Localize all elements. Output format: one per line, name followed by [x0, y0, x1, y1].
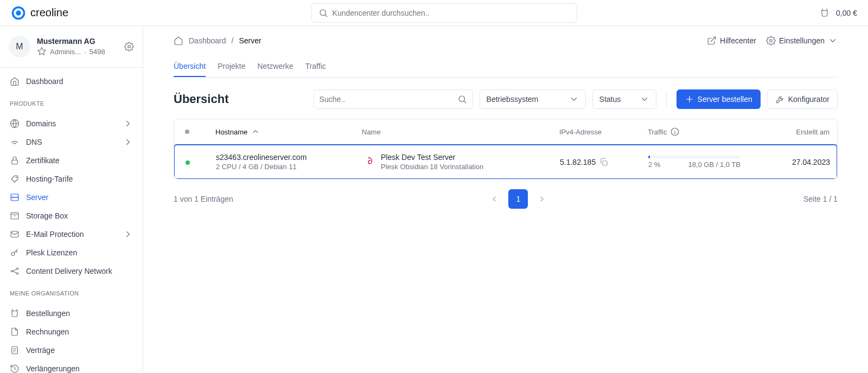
col-name[interactable]: Name	[362, 128, 559, 136]
tag-icon	[10, 174, 20, 184]
svg-rect-10	[11, 231, 18, 237]
global-search-input[interactable]	[333, 9, 570, 17]
sidebar-item-label: Hosting-Tarife	[26, 175, 73, 183]
sidebar-item-plesk[interactable]: Plesk Lizenzen	[0, 243, 143, 262]
breadcrumb-dashboard[interactable]: Dashboard	[189, 36, 226, 45]
sidebar-item-label: Server	[26, 193, 48, 202]
org-role: Adminis...	[50, 48, 81, 56]
global-search[interactable]	[311, 3, 577, 23]
network-icon	[10, 266, 20, 276]
order-server-button[interactable]: Server bestellen	[676, 89, 761, 109]
sidebar-item-email[interactable]: E-Mail Protection	[0, 225, 143, 243]
sidebar-item-label: E-Mail Protection	[26, 230, 84, 239]
svg-point-2	[320, 10, 326, 16]
home-icon	[10, 76, 20, 86]
status-indicator	[186, 160, 190, 165]
copy-icon[interactable]	[599, 157, 609, 167]
tab-uebersicht[interactable]: Übersicht	[174, 56, 206, 77]
col-status[interactable]	[185, 130, 215, 134]
globe-icon	[10, 119, 20, 128]
org-avatar: M	[9, 36, 30, 57]
settings-menu[interactable]: Einstellungen	[766, 36, 838, 46]
tab-netzwerke[interactable]: Netzwerke	[258, 56, 293, 77]
sidebar-item-rechnungen[interactable]: Rechnungen	[0, 323, 143, 341]
table-search-input[interactable]	[320, 95, 453, 104]
sidebar-item-vertraege[interactable]: Verträge	[0, 341, 143, 359]
sidebar-item-domains[interactable]: Domains	[0, 114, 143, 133]
filter-status-select[interactable]: Status	[592, 89, 656, 109]
entry-count: 1 von 1 Einträgen	[174, 195, 233, 203]
col-hostname[interactable]: Hostname	[215, 127, 362, 137]
chevron-down-icon	[640, 94, 649, 104]
help-center-link[interactable]: Hilfecenter	[707, 36, 756, 46]
row-name-sub: Plesk Obsidian 18 Vorinstallation	[381, 163, 483, 171]
row-name: Plesk Dev Test Server	[381, 153, 483, 162]
cart-icon[interactable]	[820, 8, 829, 18]
sidebar-item-label: Verlängerungen	[26, 364, 80, 373]
svg-rect-7	[11, 194, 18, 197]
sort-asc-icon	[251, 127, 260, 137]
filter-os-label: Betriebssystem	[487, 95, 539, 104]
sidebar-item-label: Verträge	[26, 346, 55, 355]
org-name: Mustermann AG	[37, 37, 118, 46]
tab-traffic[interactable]: Traffic	[305, 56, 326, 77]
plus-icon	[685, 94, 694, 104]
home-icon[interactable]	[174, 36, 183, 46]
row-created: 27.04.2023	[741, 158, 830, 166]
balance: 0,00 €	[836, 9, 857, 17]
table-search[interactable]	[314, 89, 473, 109]
star-icon[interactable]	[37, 47, 47, 56]
sidebar-item-verlaengerungen[interactable]: Verlängerungen	[0, 359, 143, 373]
filter-status-label: Status	[599, 95, 621, 104]
org-number: 5498	[90, 48, 105, 56]
filter-os-select[interactable]: Betriebssystem	[480, 89, 586, 109]
sidebar-item-cdn[interactable]: Content Delivery Network	[0, 262, 143, 280]
sidebar-section-produkte: PRODUKTE	[0, 95, 143, 110]
brand-name: creoline	[30, 7, 68, 19]
sidebar-item-bestellungen[interactable]: Bestellungen	[0, 304, 143, 323]
configurator-button[interactable]: Konfigurator	[767, 89, 838, 109]
sidebar-item-storage[interactable]: Storage Box	[0, 207, 143, 225]
file-icon	[10, 327, 20, 337]
debian-icon	[362, 156, 374, 168]
bag-icon	[10, 308, 20, 318]
chevron-down-icon	[828, 36, 838, 46]
search-icon	[457, 94, 467, 104]
sidebar-item-hosting[interactable]: Hosting-Tarife	[0, 170, 143, 188]
chevron-right-icon	[123, 137, 133, 147]
sidebar-item-label: Bestellungen	[26, 309, 70, 318]
sidebar-item-server[interactable]: Server	[0, 188, 143, 207]
col-ip[interactable]: IPv4-Adresse	[559, 128, 648, 136]
svg-rect-9	[11, 214, 18, 219]
svg-rect-8	[11, 197, 18, 201]
key-icon	[10, 248, 20, 258]
search-icon	[318, 8, 328, 18]
svg-rect-5	[12, 160, 18, 164]
page-prev-button[interactable]	[484, 189, 504, 209]
info-icon[interactable]	[670, 127, 680, 137]
lock-icon	[10, 156, 20, 165]
page-info: Seite 1 / 1	[803, 195, 838, 203]
sidebar-item-label: Rechnungen	[26, 327, 69, 336]
traffic-percent: 2 %	[648, 160, 660, 169]
sidebar-item-label: Zertifikate	[26, 156, 59, 165]
svg-point-16	[770, 40, 773, 42]
page-next-button[interactable]	[532, 189, 552, 209]
breadcrumb-current: Server	[239, 36, 261, 45]
table-row[interactable]: s23463.creolineserver.com 2 CPU / 4 GB /…	[174, 144, 838, 179]
external-link-icon	[707, 36, 717, 46]
sidebar-item-label: Domains	[26, 119, 56, 128]
brand-logo[interactable]: creoline	[11, 5, 68, 21]
svg-point-6	[16, 177, 17, 178]
col-created[interactable]: Erstellt am	[740, 128, 829, 136]
page-number[interactable]: 1	[508, 189, 528, 209]
col-traffic[interactable]: Traffic	[648, 127, 740, 137]
sidebar-item-zertifikate[interactable]: Zertifikate	[0, 151, 143, 170]
box-icon	[10, 211, 20, 221]
sidebar-item-label: Dashboard	[26, 77, 63, 86]
sidebar-item-dashboard[interactable]: Dashboard	[0, 72, 143, 91]
sidebar-item-dns[interactable]: DNS	[0, 133, 143, 151]
sidebar-section-org: MEINE ORGANISATION	[0, 285, 143, 300]
tab-projekte[interactable]: Projekte	[218, 56, 245, 77]
gear-icon[interactable]	[124, 42, 134, 52]
